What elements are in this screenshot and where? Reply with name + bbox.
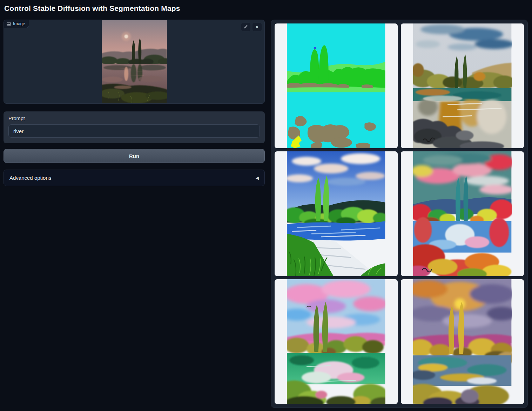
accordion-arrow-icon: ◀ (256, 176, 259, 180)
main-layout: Image ✕ (4, 20, 528, 408)
pencil-icon (244, 25, 248, 29)
run-button[interactable]: Run (4, 149, 265, 163)
prompt-block: Prompt (4, 111, 265, 143)
advanced-options-accordion[interactable]: Advanced options ◀ (4, 170, 265, 186)
uploaded-image-preview[interactable] (4, 20, 264, 103)
page-title: Control Stable Diffusion with Segmentati… (4, 4, 528, 13)
prompt-label: Prompt (8, 116, 260, 121)
generated-image-sunset (413, 279, 511, 404)
image-component-badge: Image (4, 20, 29, 28)
prompt-input[interactable] (8, 124, 260, 138)
generated-image-watercolor (413, 23, 511, 148)
output-gallery (271, 20, 528, 408)
gallery-item-1[interactable] (275, 23, 398, 148)
gallery-item-6[interactable] (401, 279, 524, 404)
input-column: Image ✕ (4, 20, 265, 186)
generated-image-green (287, 151, 385, 276)
gallery-item-3[interactable] (275, 151, 398, 276)
close-icon: ✕ (255, 25, 259, 29)
gallery-item-2[interactable] (401, 23, 524, 148)
segmentation-map-image (287, 23, 385, 148)
image-upload-component[interactable]: Image ✕ (4, 20, 265, 104)
image-component-label: Image (13, 21, 25, 26)
image-icon (6, 22, 11, 26)
advanced-options-label: Advanced options (9, 175, 51, 181)
image-actions: ✕ (241, 23, 262, 31)
clear-image-button[interactable]: ✕ (252, 23, 262, 31)
generated-image-pink (287, 279, 385, 404)
uploaded-river-photo (102, 20, 167, 103)
edit-image-button[interactable] (241, 23, 250, 31)
gallery-item-4[interactable] (401, 151, 524, 276)
generated-image-colorful (413, 151, 511, 276)
gallery-item-5[interactable] (275, 279, 398, 404)
